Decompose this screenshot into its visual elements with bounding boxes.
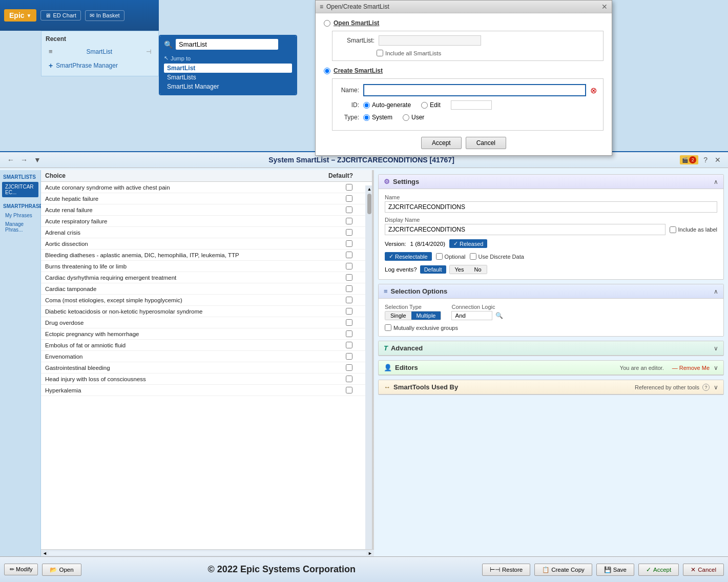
auto-generate-label: Auto-generate: [372, 101, 411, 109]
editors-collapse-icon[interactable]: ∨: [714, 364, 718, 371]
save-button[interactable]: 💾 Save: [596, 564, 634, 576]
ed-chart-button[interactable]: 🖥 ED Chart: [40, 10, 80, 20]
remove-me-link[interactable]: — Remove Me: [672, 365, 710, 371]
epic-button[interactable]: Epic ▼: [4, 9, 36, 22]
display-name-input[interactable]: [385, 224, 665, 235]
selection-options-collapse-icon[interactable]: ∧: [714, 288, 718, 295]
modify-button[interactable]: ✏ Modify: [4, 564, 38, 575]
search-result-smartlist[interactable]: SmartList: [164, 64, 292, 73]
dialog-accept-button[interactable]: Accept: [421, 137, 462, 149]
choice-checkbox-9[interactable]: [346, 285, 352, 292]
choice-checkbox-14[interactable]: [346, 342, 352, 348]
accept-icon: ✓: [646, 566, 651, 573]
my-phrases-item[interactable]: My Phrases: [2, 211, 38, 220]
choice-checkbox-11[interactable]: [346, 308, 352, 315]
choice-checkbox-17[interactable]: [346, 376, 352, 382]
search-icon: 🔍: [164, 40, 173, 49]
table-row: Head injury with loss of consciousness: [41, 373, 373, 385]
panel-title: System SmartList – ZJCRITCARECONDITIONS …: [268, 156, 454, 164]
choice-checkbox-10[interactable]: [346, 297, 352, 303]
id-edit-input[interactable]: [451, 100, 492, 110]
choice-checkbox-0[interactable]: [346, 184, 352, 191]
mutually-exclusive-input[interactable]: [385, 324, 391, 331]
name-field-input[interactable]: [363, 84, 586, 96]
editors-header[interactable]: 👤 Editors You are an editor. — Remove Me…: [379, 361, 723, 375]
use-discrete-data-input[interactable]: [470, 253, 476, 260]
open-radio[interactable]: [324, 20, 330, 27]
reselectable-badge[interactable]: ✓ Reselectable: [385, 252, 432, 261]
sidebar-active-item[interactable]: ZJCRITCAREC...: [2, 182, 38, 197]
choice-checkbox-1[interactable]: [346, 195, 352, 202]
connection-search-icon[interactable]: 🔍: [495, 312, 503, 319]
scroll-left-btn[interactable]: ◄: [41, 551, 49, 556]
released-badge[interactable]: ✓ Released: [449, 239, 487, 248]
search-result-smartlists[interactable]: SmartLists: [164, 73, 292, 82]
auto-generate-radio-input[interactable]: [363, 102, 370, 109]
recent-panel: Recent ≡ SmartList ⊣ + SmartPhrase Manag…: [41, 31, 159, 76]
create-radio[interactable]: [324, 68, 330, 74]
multiple-btn[interactable]: Multiple: [411, 311, 441, 320]
smarttools-help-icon[interactable]: ?: [702, 384, 710, 391]
choices-scroll[interactable]: Acute coronary syndrome with active ches…: [41, 182, 373, 579]
log-yes-btn[interactable]: Yes: [450, 265, 469, 274]
log-no-btn[interactable]: No: [469, 265, 486, 274]
create-copy-button[interactable]: 📋 Create Copy: [534, 564, 592, 576]
up-button[interactable]: ▼: [32, 155, 43, 165]
horizontal-scrollbar[interactable]: ◄ ►: [41, 549, 374, 556]
search-input[interactable]: [176, 39, 278, 50]
close-main-button[interactable]: ✕: [713, 155, 723, 165]
table-row: Acute respiratory failure: [41, 216, 373, 227]
settings-header[interactable]: ⚙ Settings ∧: [379, 175, 723, 189]
choice-checkbox-4[interactable]: [346, 229, 352, 236]
name-input[interactable]: [385, 201, 717, 213]
choice-checkbox-7[interactable]: [346, 263, 352, 269]
smartlist-field-input[interactable]: [379, 35, 481, 46]
selection-options-section: ≡ Selection Options ∧ Selection Type Sin…: [378, 284, 724, 337]
sidebar-item-smartlist[interactable]: ≡ SmartList ⊣: [46, 46, 154, 57]
single-btn[interactable]: Single: [385, 311, 411, 320]
connection-logic-input[interactable]: [451, 311, 492, 320]
choice-checkbox-12[interactable]: [346, 319, 352, 326]
sidebar-item-smartphrase-manager[interactable]: + SmartPhrase Manager: [46, 59, 154, 72]
table-row: Acute hepatic failure: [41, 193, 373, 204]
choice-checkbox-15[interactable]: [346, 353, 352, 360]
log-default-btn[interactable]: Default: [420, 265, 446, 274]
advanced-collapse-icon[interactable]: ∨: [714, 345, 718, 352]
smarttools-header[interactable]: ↔ SmartTools Used By Referenced by other…: [379, 380, 723, 394]
choice-checkbox-13[interactable]: [346, 330, 352, 337]
table-row: Hyperkalemia: [41, 385, 373, 396]
choice-checkbox-6[interactable]: [346, 252, 352, 258]
in-basket-button[interactable]: ✉ In Basket: [85, 10, 124, 21]
choice-checkbox-18[interactable]: [346, 387, 352, 393]
scroll-right-btn[interactable]: ►: [366, 551, 374, 556]
edit-radio-input[interactable]: [421, 102, 428, 109]
dialog-close-button[interactable]: ✕: [601, 3, 608, 11]
open-button[interactable]: 📂 Open: [42, 564, 81, 576]
optional-input[interactable]: [436, 253, 443, 260]
choice-checkbox-5[interactable]: [346, 240, 352, 247]
dialog-cancel-button[interactable]: Cancel: [466, 137, 506, 149]
cancel-button[interactable]: ✕ Cancel: [683, 564, 724, 576]
help-button-main[interactable]: ?: [701, 155, 710, 165]
choice-checkbox-8[interactable]: [346, 274, 352, 281]
include-as-label-input[interactable]: [670, 226, 676, 233]
advanced-header[interactable]: T Advanced ∨: [379, 341, 723, 356]
choice-checkbox-3[interactable]: [346, 218, 352, 224]
smarttools-collapse-icon[interactable]: ∨: [714, 384, 718, 391]
choice-checkbox-2[interactable]: [346, 206, 352, 213]
log-yes-no-group: Yes No: [449, 265, 487, 274]
modify-icon: ✏: [10, 566, 14, 572]
choice-checkbox-16[interactable]: [346, 364, 352, 371]
manage-phrases-item[interactable]: Manage Phras...: [2, 220, 38, 234]
system-radio-input[interactable]: [363, 114, 370, 121]
search-result-smartlist-manager[interactable]: SmartList Manager: [164, 82, 292, 91]
connection-logic-row: 🔍: [451, 311, 503, 320]
settings-collapse-icon[interactable]: ∧: [714, 178, 718, 185]
restore-button[interactable]: ⊢⊣ Restore: [482, 564, 530, 576]
back-button[interactable]: ←: [5, 155, 16, 165]
user-radio-input[interactable]: [403, 114, 409, 121]
include-all-checkbox[interactable]: [377, 50, 383, 56]
selection-options-header[interactable]: ≡ Selection Options ∧: [379, 284, 723, 299]
forward-button[interactable]: →: [18, 155, 30, 165]
accept-button[interactable]: ✓ Accept: [638, 564, 679, 576]
